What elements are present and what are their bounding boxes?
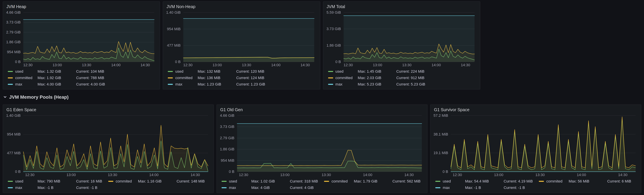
legend-stat-current: Current: 120 MiB — [236, 69, 264, 73]
legend-item-commited[interactable]: commited Max: 56 MiB Current: 6 MiB — [539, 178, 631, 184]
legend-stat-max: Max: 54.4 MiB — [465, 179, 500, 183]
svg-text:4.66 GiB: 4.66 GiB — [220, 114, 234, 118]
legend-stat-current: Current: -1 B — [504, 186, 525, 190]
series-color-swatch — [324, 181, 329, 182]
chevron-down-icon — [4, 95, 7, 99]
time-series-chart[interactable]: 0 B1.86 GiB3.73 GiB5.59 GiB12:3013:0013:… — [326, 10, 477, 67]
legend: used Max: 132 MiB Current: 120 MiB commi… — [166, 67, 317, 87]
legend-item-max[interactable]: max Max: -1 B Current: -1 B — [8, 185, 102, 191]
svg-text:14:30: 14:30 — [404, 173, 414, 177]
panel-title-text: G1 Survivor Space — [434, 107, 470, 112]
time-series-chart[interactable]: 0 B477 MiB954 MiB1.40 GiB12:3013:0013:30… — [166, 10, 317, 67]
series-color-swatch — [8, 77, 13, 78]
time-series-chart[interactable]: 0 B477 MiB954 MiB1.40 GiB12:3013:0013:30… — [6, 114, 211, 177]
svg-text:57.2 MiB: 57.2 MiB — [434, 114, 448, 118]
time-series-chart[interactable]: 0 B954 MiB1.86 GiB2.79 GiB3.73 GiB4.66 G… — [220, 114, 424, 177]
series-color-swatch — [168, 77, 173, 78]
svg-text:14:30: 14:30 — [140, 63, 150, 67]
svg-text:14:00: 14:00 — [111, 63, 120, 67]
legend-stat-max: Max: 1.16 GiB — [138, 179, 173, 183]
panel-title[interactable]: JVM Heap — [6, 3, 157, 10]
svg-text:12:30: 12:30 — [25, 173, 34, 177]
series-color-swatch — [328, 71, 333, 72]
svg-text:0 B: 0 B — [175, 60, 181, 64]
series-color-swatch — [539, 181, 544, 182]
svg-text:477 MiB: 477 MiB — [7, 151, 21, 155]
svg-text:3.73 GiB: 3.73 GiB — [220, 125, 234, 129]
row-toggle-jvm-memory-pools[interactable]: JVM Memory Pools (Heap) — [4, 92, 69, 102]
legend-stat-max: Max: 136 MiB — [198, 76, 233, 80]
legend-stat-max: Max: 4 GiB — [251, 186, 286, 190]
series-color-swatch — [168, 71, 173, 72]
svg-text:12:30: 12:30 — [183, 63, 192, 67]
svg-text:14:00: 14:00 — [432, 63, 441, 67]
legend-stat-max: Max: 4.00 GiB — [38, 82, 73, 86]
svg-text:477 MiB: 477 MiB — [167, 43, 181, 47]
legend-item-used[interactable]: used Max: 790 MiB Current: 16 MiB — [8, 178, 102, 184]
svg-text:13:00: 13:00 — [66, 173, 76, 177]
legend-item-max[interactable]: max Max: 4.00 GiB Current: 4.00 GiB — [8, 81, 157, 87]
panel-g1-survivor-space: G1 Survivor Space 0 B19.1 MiB38.1 MiB57.… — [430, 104, 641, 193]
panel-title[interactable]: JVM Non-Heap — [166, 3, 317, 10]
series-name: used — [15, 179, 34, 183]
legend-stat-max: Max: 5.23 GiB — [358, 82, 393, 86]
legend-stat-max: Max: 1.79 GiB — [354, 179, 389, 183]
legend-item-max[interactable]: max Max: -1 B Current: -1 B — [435, 185, 533, 191]
legend-item-commited[interactable]: commited Max: 1.79 GiB Current: 562 MiB — [324, 178, 420, 184]
time-series-chart[interactable]: 0 B954 MiB1.86 GiB2.79 GiB3.73 GiB4.66 G… — [6, 10, 157, 67]
legend-item-used[interactable]: used Max: 1.32 GiB Current: 104 MiB — [8, 68, 157, 74]
legend-stat-max: Max: 1.32 GiB — [38, 69, 73, 73]
legend-item-max[interactable]: max Max: 4 GiB Current: 4 GiB — [222, 185, 318, 191]
legend-item-max[interactable]: max Max: 5.23 GiB Current: 5.23 GiB — [328, 81, 477, 87]
panel-title[interactable]: G1 Survivor Space — [433, 106, 638, 114]
svg-text:14:30: 14:30 — [301, 63, 310, 67]
series-color-swatch — [8, 71, 13, 72]
svg-text:13:00: 13:00 — [280, 173, 290, 177]
legend-item-commited[interactable]: commited Max: 1.16 GiB Current: 148 MiB — [108, 178, 205, 184]
legend-item-used[interactable]: used Max: 1.45 GiB Current: 224 MiB — [328, 68, 477, 74]
legend-item-committed[interactable]: committed Max: 136 MiB Current: 124 MiB — [168, 75, 317, 81]
panel-title[interactable]: G1 Eden Space — [6, 106, 211, 114]
svg-text:13:30: 13:30 — [108, 173, 117, 177]
panel-title-text: JVM Non-Heap — [166, 4, 196, 9]
svg-text:13:00: 13:00 — [494, 173, 503, 177]
panel-g1-old-gen: G1 Old Gen 0 B954 MiB1.86 GiB2.79 GiB3.7… — [216, 104, 428, 193]
series-name: commited — [546, 179, 565, 183]
legend-stat-current: Current: 148 MiB — [176, 179, 205, 183]
svg-text:2.79 GiB: 2.79 GiB — [220, 136, 234, 140]
svg-text:13:00: 13:00 — [373, 63, 382, 67]
legend-item-used[interactable]: used Max: 1.02 GiB Current: 318 MiB — [222, 178, 318, 184]
legend-stat-current: Current: 1.23 GiB — [236, 82, 265, 86]
legend-item-committed[interactable]: committed Max: 2.03 GiB Current: 912 MiB — [328, 75, 477, 81]
svg-text:0 B: 0 B — [229, 170, 234, 174]
dashboard-row-memory-pools: G1 Eden Space 0 B477 MiB954 MiB1.40 GiB1… — [3, 104, 641, 193]
legend-item-committed[interactable]: committed Max: 1.92 GiB Current: 788 MiB — [8, 75, 157, 81]
panel-title[interactable]: JVM Total — [326, 3, 477, 10]
series-color-swatch — [435, 181, 440, 182]
svg-text:3.73 GiB: 3.73 GiB — [6, 20, 21, 24]
series-name: used — [443, 179, 462, 183]
time-series-chart[interactable]: 0 B19.1 MiB38.1 MiB57.2 MiB12:3013:0013:… — [433, 114, 638, 177]
series-name: committed — [335, 76, 354, 80]
svg-text:3.73 GiB: 3.73 GiB — [326, 27, 341, 31]
series-color-swatch — [108, 181, 113, 182]
legend-item-used[interactable]: used Max: 54.4 MiB Current: 4.19 MiB — [435, 178, 533, 184]
series-color-swatch — [168, 84, 173, 85]
dashboard: JVM Heap 0 B954 MiB1.86 GiB2.79 GiB3.73 … — [0, 0, 644, 195]
panel-title[interactable]: G1 Old Gen — [220, 106, 424, 114]
legend-item-used[interactable]: used Max: 132 MiB Current: 120 MiB — [168, 68, 317, 74]
svg-text:14:30: 14:30 — [618, 173, 628, 177]
legend-stat-current: Current: 6 MiB — [607, 179, 631, 183]
svg-text:12:30: 12:30 — [23, 63, 32, 67]
svg-text:12:30: 12:30 — [239, 173, 248, 177]
legend-stat-max: Max: 132 MiB — [198, 69, 233, 73]
legend-stat-max: Max: 1.23 GiB — [198, 82, 233, 86]
svg-text:12:30: 12:30 — [453, 173, 462, 177]
legend-item-max[interactable]: max Max: 1.23 GiB Current: 1.23 GiB — [168, 81, 317, 87]
series-color-swatch — [328, 84, 333, 85]
panel-g1-eden-space: G1 Eden Space 0 B477 MiB954 MiB1.40 GiB1… — [3, 104, 214, 193]
svg-text:19.1 MiB: 19.1 MiB — [434, 151, 448, 155]
svg-text:954 MiB: 954 MiB — [7, 50, 21, 54]
svg-text:12:30: 12:30 — [344, 63, 353, 67]
svg-text:14:00: 14:00 — [363, 173, 372, 177]
